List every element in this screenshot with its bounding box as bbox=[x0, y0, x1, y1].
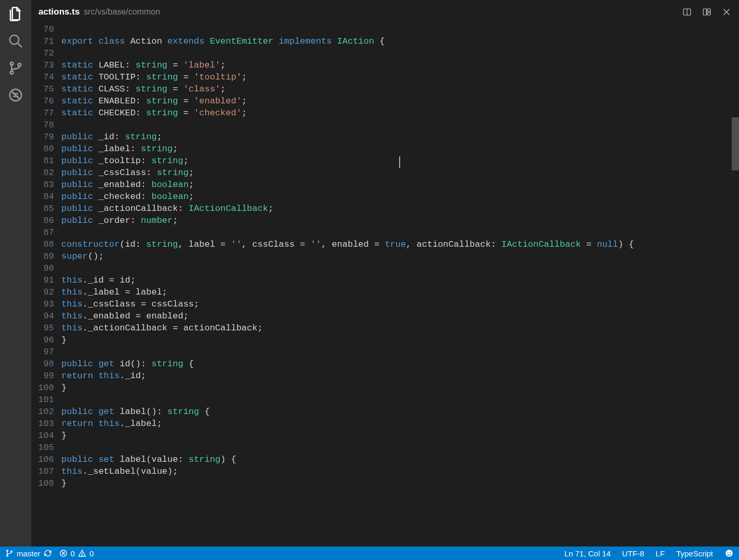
code-line[interactable]: 78 bbox=[31, 119, 739, 131]
line-number: 85 bbox=[31, 203, 61, 215]
code-content bbox=[61, 226, 739, 238]
code-line[interactable]: 105 bbox=[31, 442, 739, 454]
code-line[interactable]: 86 public _order: number; bbox=[31, 215, 739, 226]
line-number: 95 bbox=[31, 322, 61, 334]
line-number: 79 bbox=[31, 131, 61, 143]
code-line[interactable]: 91 this._id = id; bbox=[31, 274, 739, 286]
search-activity[interactable] bbox=[7, 32, 24, 50]
explorer-activity[interactable] bbox=[7, 5, 24, 23]
git-branch-status[interactable]: master bbox=[5, 548, 52, 559]
bug-slash-icon bbox=[8, 87, 23, 103]
code-line[interactable]: 83 public _enabled: boolean; bbox=[31, 179, 739, 191]
code-line[interactable]: 70 bbox=[31, 23, 739, 35]
code-line[interactable]: 87 bbox=[31, 226, 739, 238]
git-branch-small-icon bbox=[5, 549, 14, 557]
error-icon bbox=[59, 549, 68, 557]
code-content: } bbox=[61, 430, 739, 442]
code-line[interactable]: 74 static TOOLTIP: string = 'tooltip'; bbox=[31, 71, 739, 83]
line-number: 73 bbox=[31, 59, 61, 71]
svg-point-15 bbox=[730, 552, 731, 553]
line-number: 90 bbox=[31, 262, 61, 274]
code-line[interactable]: 72 bbox=[31, 47, 739, 59]
split-icon bbox=[682, 7, 692, 17]
workbench: actions.ts src/vs/base/common 7071export… bbox=[0, 0, 739, 546]
split-editor-button[interactable] bbox=[682, 7, 692, 17]
code-line[interactable]: 102 public get label(): string { bbox=[31, 406, 739, 418]
line-number: 92 bbox=[31, 286, 61, 298]
line-number: 100 bbox=[31, 382, 61, 394]
eol-status[interactable]: LF bbox=[656, 548, 665, 559]
code-line[interactable]: 76 static ENABLED: string = 'enabled'; bbox=[31, 95, 739, 107]
code-line[interactable]: 107 this._setLabel(value); bbox=[31, 465, 739, 477]
code-content: super(); bbox=[61, 250, 739, 262]
code-line[interactable]: 92 this._label = label; bbox=[31, 286, 739, 298]
code-line[interactable]: 84 public _checked: boolean; bbox=[31, 191, 739, 203]
compare-changes-button[interactable] bbox=[702, 7, 712, 17]
code-line[interactable]: 82 public _cssClass: string; bbox=[31, 167, 739, 179]
code-line[interactable]: 71export class Action extends EventEmitt… bbox=[31, 35, 739, 47]
editor-viewport[interactable]: 7071export class Action extends EventEmi… bbox=[31, 23, 739, 546]
code-line[interactable]: 85 public _actionCallback: IActionCallba… bbox=[31, 203, 739, 215]
code-content: static ENABLED: string = 'enabled'; bbox=[61, 95, 739, 107]
code-line[interactable]: 90 bbox=[31, 262, 739, 274]
close-editor-button[interactable] bbox=[721, 7, 732, 17]
code-content bbox=[61, 442, 739, 454]
code-line[interactable]: 108 } bbox=[31, 477, 739, 489]
vertical-scrollbar[interactable] bbox=[732, 23, 739, 546]
line-number: 81 bbox=[31, 155, 61, 167]
code-line[interactable]: 103 return this._label; bbox=[31, 418, 739, 430]
code-line[interactable]: 93 this._cssClass = cssClass; bbox=[31, 298, 739, 310]
code-line[interactable]: 96 } bbox=[31, 334, 739, 346]
code-line[interactable]: 104 } bbox=[31, 430, 739, 442]
line-number: 91 bbox=[31, 274, 61, 286]
line-number: 107 bbox=[31, 465, 61, 477]
code-content: this._label = label; bbox=[61, 286, 739, 298]
language-mode[interactable]: TypeScript bbox=[676, 548, 713, 559]
code-line[interactable]: 73 static LABEL: string = 'label'; bbox=[31, 59, 739, 71]
editor-tab[interactable]: actions.ts src/vs/base/common bbox=[31, 0, 739, 23]
line-number: 70 bbox=[31, 23, 61, 35]
code-content bbox=[61, 23, 739, 35]
code-line[interactable]: 77 static CHECKED: string = 'checked'; bbox=[31, 107, 739, 119]
scrollbar-thumb[interactable] bbox=[732, 117, 739, 170]
line-number: 105 bbox=[31, 442, 61, 454]
search-icon bbox=[8, 33, 23, 49]
code-line[interactable]: 98 public get id(): string { bbox=[31, 358, 739, 370]
debug-activity[interactable] bbox=[7, 86, 24, 104]
code-content bbox=[61, 47, 739, 59]
activity-bar bbox=[0, 0, 31, 546]
diff-icon bbox=[702, 7, 711, 17]
code-line[interactable]: 100 } bbox=[31, 382, 739, 394]
code-content bbox=[61, 119, 739, 131]
code-line[interactable]: 79 public _id: string; bbox=[31, 131, 739, 143]
code-line[interactable]: 75 static CLASS: string = 'class'; bbox=[31, 83, 739, 95]
tab-file-path: src/vs/base/common bbox=[84, 6, 160, 18]
code-line[interactable]: 101 bbox=[31, 394, 739, 406]
smiley-icon bbox=[724, 549, 734, 558]
editor-title-actions bbox=[682, 7, 732, 17]
code-line[interactable]: 97 bbox=[31, 346, 739, 358]
code-line[interactable]: 88 constructor(id: string, label = '', c… bbox=[31, 238, 739, 250]
code-line[interactable]: 94 this._enabled = enabled; bbox=[31, 310, 739, 322]
code-line[interactable]: 99 return this._id; bbox=[31, 370, 739, 382]
problems-status[interactable]: 0 0 bbox=[59, 548, 94, 559]
scm-activity[interactable] bbox=[7, 59, 24, 77]
code-content: public _order: number; bbox=[61, 215, 739, 226]
cursor-position[interactable]: Ln 71, Col 14 bbox=[564, 548, 611, 559]
code-content: static LABEL: string = 'label'; bbox=[61, 59, 739, 71]
code-line[interactable]: 89 super(); bbox=[31, 250, 739, 262]
code-content: public get label(): string { bbox=[61, 406, 739, 418]
code-line[interactable]: 106 public set label(value: string) { bbox=[31, 454, 739, 465]
encoding-status[interactable]: UTF-8 bbox=[622, 548, 644, 559]
code-line[interactable]: 81 public _tooltip: string; bbox=[31, 155, 739, 167]
line-number: 98 bbox=[31, 358, 61, 370]
svg-point-14 bbox=[728, 552, 729, 553]
line-number: 108 bbox=[31, 477, 61, 489]
tab-file-name: actions.ts bbox=[38, 6, 80, 18]
code-line[interactable]: 95 this._actionCallback = actionCallback… bbox=[31, 322, 739, 334]
code-line[interactable]: 80 public _label: string; bbox=[31, 143, 739, 155]
feedback-button[interactable] bbox=[724, 549, 734, 558]
code-content: public _tooltip: string; bbox=[61, 155, 739, 167]
code-content: } bbox=[61, 334, 739, 346]
sync-icon bbox=[44, 549, 52, 557]
